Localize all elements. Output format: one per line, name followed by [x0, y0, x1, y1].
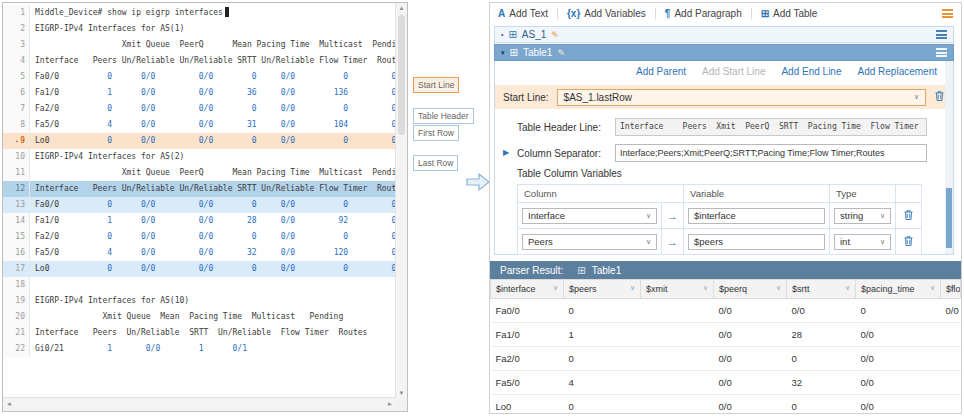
delete-variable-button[interactable] [903, 233, 914, 250]
toolbar-menu-icon[interactable] [942, 9, 953, 18]
line-number: 19 [3, 293, 30, 309]
edit-icon[interactable]: ✎ [557, 48, 565, 58]
add-replacement-link[interactable]: Add Replacement [858, 66, 938, 77]
edit-icon[interactable]: ✎ [551, 30, 559, 40]
editor-line[interactable]: 6Fa1/0 1 0/0 0/0 36 0/0 136 0 [3, 85, 396, 101]
column-select-value: Peers [528, 236, 553, 247]
filter-chevron-icon[interactable]: ∨ [553, 284, 558, 292]
column-separator-input[interactable]: Interface;Peers;Xmit;PeerQ;SRTT;Pacing T… [615, 144, 927, 162]
parser-toolbar: AAdd Text{x}Add Variables¶Add Paragraph⊞… [490, 3, 961, 24]
editor-line[interactable]: 10EIGRP-IPv4 Interfaces for AS(2) [3, 149, 396, 165]
add-end-line-link[interactable]: Add End Line [781, 66, 841, 77]
last-row-marker[interactable]: Last Row [413, 155, 458, 171]
add-table-button[interactable]: ⊞Add Table [761, 8, 818, 19]
filter-chevron-icon[interactable]: ∨ [845, 284, 850, 292]
config-scroll-thumb[interactable] [946, 188, 952, 248]
type-select[interactable]: int∨ [834, 234, 891, 250]
line-number: 13 [3, 197, 30, 213]
result-column-header[interactable]: ∨$flow_time... [941, 280, 961, 299]
add-start-line-link[interactable]: Add Start Line [702, 66, 765, 77]
result-header-row: ∨$interface∨$peers∨$xmit∨$peerq∨$srtt∨$p… [491, 280, 961, 299]
line-text: Fa1/0 1 0/0 0/0 28 0/0 92 0 [30, 213, 396, 229]
variable-input[interactable]: $peers [688, 234, 825, 250]
scroll-left-icon[interactable]: ◄ [6, 401, 12, 407]
filter-chevron-icon[interactable]: ∨ [930, 284, 935, 292]
parser-config-panel: AAdd Text{x}Add Variables¶Add Paragraph⊞… [489, 2, 962, 414]
result-column-header[interactable]: ∨$interface [491, 280, 564, 299]
section-table1[interactable]: ▾ ⊞ Table1 ✎ [494, 44, 954, 61]
scroll-down-icon[interactable]: ▼ [396, 390, 407, 396]
variable-input[interactable]: $interface [688, 208, 825, 224]
editor-vertical-scrollbar[interactable]: ▲ ▼ [395, 3, 407, 398]
editor-line[interactable]: 1Middle_Device# show ip eigrp interfaces [3, 5, 396, 21]
editor-line[interactable]: 3 Xmit Queue PeerQ Mean Pacing Time Mult… [3, 37, 396, 53]
editor-lines: 1Middle_Device# show ip eigrp interfaces… [3, 3, 396, 398]
collapse-icon[interactable]: ▾ [501, 49, 505, 57]
start-line-marker[interactable]: Start Line [413, 77, 459, 93]
editor-line[interactable]: 11 Xmit Queue PeerQ Mean Pacing Time Mul… [3, 165, 396, 181]
add-variables-button[interactable]: {x}Add Variables [567, 8, 646, 19]
editor-line[interactable]: 22Gi0/21 1 0/0 1 0/1 [3, 341, 396, 357]
variable-header: Variable [684, 185, 830, 203]
filter-chevron-icon[interactable]: ∨ [703, 284, 708, 292]
result-cell [641, 395, 714, 416]
result-cell [641, 371, 714, 395]
toolbar-separator [557, 8, 558, 20]
code-editor[interactable]: 1Middle_Device# show ip eigrp interfaces… [2, 2, 408, 412]
editor-line[interactable]: 13Fa0/0 0 0/0 0/0 0 0/0 0 0 [3, 197, 396, 213]
vertical-scroll-thumb[interactable] [398, 15, 405, 135]
editor-line[interactable]: 19EIGRP-IPv4 Interfaces for AS(10) [3, 293, 396, 309]
editor-line[interactable]: 20 Xmit Queue Mean Pacing Time Multicast… [3, 309, 396, 325]
editor-line[interactable]: 18 [3, 277, 396, 293]
editor-line[interactable]: 2EIGRP-IPv4 Interfaces for AS(1) [3, 21, 396, 37]
table-header-marker[interactable]: Table Header [413, 108, 474, 124]
section-menu-icon[interactable] [936, 30, 947, 39]
result-tbody: Fa0/000/00/000/0Fa1/010/0280/0Fa2/000/00… [491, 299, 961, 416]
result-column-header[interactable]: ∨$srtt [787, 280, 856, 299]
$peers-header-label: $peers [569, 284, 597, 294]
editor-line[interactable]: 21Interface Peers Un/Reliable SRTT Un/Re… [3, 325, 396, 341]
result-cell: 28 [787, 323, 856, 347]
text-cursor [225, 7, 229, 17]
variables-header-row: Column Variable Type [518, 185, 922, 203]
column-select[interactable]: Interface∨ [522, 208, 657, 224]
current-row-marker-icon: ▶ [503, 148, 509, 157]
editor-horizontal-scrollbar[interactable]: ◄ ► [3, 397, 396, 411]
editor-line[interactable]: 5Fa0/0 0 0/0 0/0 0 0/0 0 0 [3, 69, 396, 85]
delete-start-line-button[interactable] [934, 88, 945, 106]
editor-line[interactable]: 17Lo0 0 0/0 0/0 0 0/0 0 0 [3, 261, 396, 277]
line-text: Interface Peers Un/Reliable Un/Reliable … [30, 181, 396, 197]
editor-line[interactable]: 16Fa5/0 4 0/0 0/0 32 0/0 120 0 [3, 245, 396, 261]
start-line-combobox[interactable]: $AS_1.lastRow ∨ [557, 89, 926, 106]
editor-line[interactable]: 8Fa5/0 4 0/0 0/0 31 0/0 104 0 [3, 117, 396, 133]
scroll-up-icon[interactable]: ▲ [396, 5, 407, 11]
add-table-icon: ⊞ [761, 8, 769, 19]
section-as1[interactable]: • ⊞ AS_1 ✎ [494, 26, 954, 43]
section-menu-icon[interactable] [936, 48, 947, 57]
chevron-down-icon[interactable]: ∨ [914, 93, 919, 101]
delete-variable-button[interactable] [903, 207, 914, 224]
line-number: 17 [3, 261, 30, 277]
editor-line[interactable]: 14Fa1/0 1 0/0 0/0 28 0/0 92 0 [3, 213, 396, 229]
column-select[interactable]: Peers∨ [522, 234, 657, 250]
line-number: 15 [3, 229, 30, 245]
result-column-header[interactable]: ∨$peerq [714, 280, 787, 299]
add-paragraph-button[interactable]: ¶Add Paragraph [665, 8, 742, 19]
filter-chevron-icon[interactable]: ∨ [630, 284, 635, 292]
editor-line[interactable]: ▸9Lo0 0 0/0 0/0 0 0/0 0 0 [3, 133, 396, 149]
scroll-right-icon[interactable]: ► [387, 401, 393, 407]
editor-line[interactable]: 15Fa2/0 0 0/0 0/0 0 0/0 0 0 [3, 229, 396, 245]
result-column-header[interactable]: ∨$xmit [641, 280, 714, 299]
editor-line[interactable]: 12Interface Peers Un/Reliable Un/Reliabl… [3, 181, 396, 197]
first-row-marker[interactable]: First Row [413, 125, 459, 141]
result-column-header[interactable]: ∨$peers [564, 280, 641, 299]
filter-chevron-icon[interactable]: ∨ [776, 284, 781, 292]
editor-line[interactable]: 4Interface Peers Un/Reliable Un/Reliable… [3, 53, 396, 69]
table-header-line-value[interactable]: Interface Peers Xmit PeerQ SRTT Pacing T… [615, 118, 927, 136]
type-select[interactable]: string∨ [834, 208, 891, 224]
result-column-header[interactable]: ∨$pacing_time [856, 280, 941, 299]
editor-line[interactable]: 7Fa2/0 0 0/0 0/0 0 0/0 0 0 [3, 101, 396, 117]
add-text-button[interactable]: AAdd Text [498, 8, 548, 19]
config-vertical-scrollbar[interactable] [945, 61, 953, 254]
add-parent-link[interactable]: Add Parent [636, 66, 686, 77]
